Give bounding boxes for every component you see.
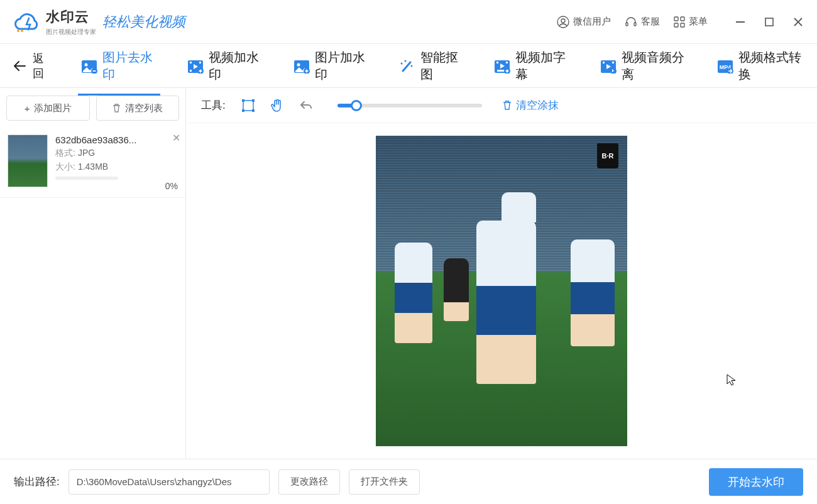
trash-icon <box>502 100 512 111</box>
back-button[interactable]: 返回 <box>13 51 51 81</box>
brush-size-slider[interactable] <box>337 104 482 107</box>
main-area: + 添加图片 清空列表 632db6ae93a836... 格式:JPG 大小:… <box>0 88 817 459</box>
app-name: 水印云 <box>46 8 96 26</box>
svg-rect-40 <box>243 101 253 111</box>
file-item[interactable]: 632db6ae93a836... 格式:JPG 大小:1.43MB 0% ✕ <box>0 128 185 198</box>
file-thumbnail <box>8 134 48 187</box>
window-controls <box>734 16 804 28</box>
svg-rect-44 <box>252 109 255 112</box>
svg-point-3 <box>561 19 565 23</box>
file-info: 632db6ae93a836... 格式:JPG 大小:1.43MB 0% <box>55 134 178 191</box>
tab-video-audio-split[interactable]: 视频音频分离 <box>600 36 688 96</box>
tab-image-remove-watermark[interactable]: 图片去水印 <box>81 36 157 96</box>
svg-point-27 <box>401 62 403 64</box>
grid-icon <box>674 16 685 28</box>
undo-button[interactable] <box>297 97 315 114</box>
plus-icon: + <box>25 103 30 114</box>
video-subtitle-icon <box>494 60 509 72</box>
close-button[interactable] <box>792 16 804 28</box>
svg-point-23 <box>297 63 300 66</box>
svg-point-0 <box>21 30 23 32</box>
svg-rect-6 <box>674 17 678 21</box>
mp4-icon: MP4 <box>717 60 732 72</box>
clear-smear-button[interactable]: 清空涂抹 <box>502 98 559 112</box>
menu-button[interactable]: 菜单 <box>674 16 708 28</box>
tab-video-add-watermark[interactable]: 视频加水印 <box>187 36 263 96</box>
file-size: 大小:1.43MB <box>55 162 178 173</box>
file-name: 632db6ae93a836... <box>55 134 178 145</box>
video-audio-icon <box>600 60 615 72</box>
cursor-icon <box>727 374 737 386</box>
tab-smart-cutout[interactable]: 智能抠图 <box>399 36 464 96</box>
support-button[interactable]: 客服 <box>625 16 660 28</box>
magic-wand-icon <box>399 60 414 72</box>
logo-area: 水印云 图片视频处理专家 轻松美化视频 <box>13 8 557 36</box>
image-plus-icon <box>293 60 309 72</box>
app-subtitle: 图片视频处理专家 <box>46 28 96 36</box>
hand-tool[interactable] <box>268 97 286 114</box>
app-slogan: 轻松美化视频 <box>102 13 185 31</box>
file-progress: 0% <box>55 177 178 191</box>
canvas-area: 工具: 清空涂抹 B·R <box>186 88 817 459</box>
svg-rect-43 <box>242 109 244 112</box>
output-path-label: 输出路径: <box>14 474 60 489</box>
change-path-button[interactable]: 更改路径 <box>278 469 340 495</box>
start-remove-watermark-button[interactable]: 开始去水印 <box>709 468 803 496</box>
bottom-bar: 输出路径: D:\360MoveData\Users\zhangyz\Des 更… <box>0 459 817 504</box>
maximize-button[interactable] <box>763 16 776 28</box>
tab-video-format[interactable]: MP4 视频格式转换 <box>717 36 804 96</box>
svg-point-15 <box>85 63 88 66</box>
logo-text: 水印云 图片视频处理专家 <box>46 8 96 36</box>
svg-rect-11 <box>765 18 773 26</box>
sidebar: + 添加图片 清空列表 632db6ae93a836... 格式:JPG 大小:… <box>0 88 186 459</box>
svg-point-28 <box>405 60 407 62</box>
toolbar-label: 工具: <box>201 98 226 112</box>
user-icon <box>557 16 569 28</box>
trash-icon <box>112 103 121 113</box>
select-rect-tool[interactable] <box>239 97 257 114</box>
svg-rect-41 <box>242 99 244 102</box>
watermark-badge: B·R <box>597 143 618 168</box>
add-image-button[interactable]: + 添加图片 <box>6 96 90 121</box>
svg-rect-8 <box>674 23 678 27</box>
video-icon <box>187 60 202 72</box>
output-path-input[interactable]: D:\360MoveData\Users\zhangyz\Des <box>69 469 270 495</box>
minimize-button[interactable] <box>734 16 747 28</box>
tab-image-add-watermark[interactable]: 图片加水印 <box>293 36 370 96</box>
canvas[interactable]: B·R <box>186 123 817 459</box>
slider-thumb[interactable] <box>351 100 362 111</box>
logo-icon <box>13 9 41 35</box>
preview-image[interactable]: B·R <box>376 136 627 446</box>
svg-rect-42 <box>252 99 255 102</box>
file-format: 格式:JPG <box>55 148 178 159</box>
title-actions: 微信用户 客服 菜单 <box>557 16 804 28</box>
svg-point-29 <box>411 65 413 67</box>
svg-rect-7 <box>681 17 684 21</box>
wechat-user-button[interactable]: 微信用户 <box>557 16 611 28</box>
arrow-left-icon <box>13 60 26 72</box>
svg-rect-9 <box>681 23 684 27</box>
image-icon <box>81 60 96 72</box>
clear-list-button[interactable]: 清空列表 <box>96 96 180 121</box>
tabs-bar: 返回 图片去水印 视频加水印 图片加水印 智能抠图 视频加字幕 视频音频分离 M… <box>0 44 817 88</box>
svg-point-1 <box>17 30 19 32</box>
remove-file-button[interactable]: ✕ <box>172 132 180 144</box>
headset-icon <box>625 16 637 28</box>
tab-video-subtitle[interactable]: 视频加字幕 <box>494 36 570 96</box>
file-list: 632db6ae93a836... 格式:JPG 大小:1.43MB 0% ✕ <box>0 128 185 459</box>
open-folder-button[interactable]: 打开文件夹 <box>349 469 420 495</box>
